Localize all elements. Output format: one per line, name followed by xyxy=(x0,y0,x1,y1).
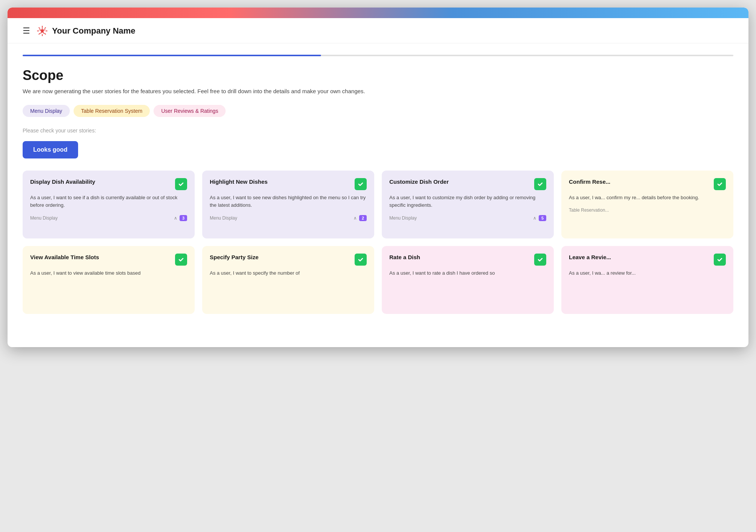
card-description: As a user, I want to specify the number … xyxy=(210,269,367,277)
card-footer: Menu Display ∧ 2 xyxy=(210,215,367,221)
card-description: As a user, I wa... a review for... xyxy=(569,269,726,277)
checkmark-icon xyxy=(537,257,543,263)
checkmark-icon xyxy=(178,257,184,263)
card-header: Confirm Rese... xyxy=(569,178,726,190)
card-footer: Menu Display ∧ 3 xyxy=(30,215,187,221)
looks-good-button[interactable]: Looks good xyxy=(23,141,78,158)
svg-point-0 xyxy=(41,30,43,32)
check-stories-label: Please check your user stories: xyxy=(23,128,733,134)
card-header: Highlight New Dishes xyxy=(210,178,367,190)
check-badge[interactable] xyxy=(534,178,546,190)
card-description: As a user, I want to see new dishes high… xyxy=(210,194,367,209)
tag-user-reviews[interactable]: User Reviews & Ratings xyxy=(154,105,226,117)
top-gradient-bar xyxy=(8,8,748,18)
card-title: Rate a Dish xyxy=(389,254,534,261)
votes-count: 5 xyxy=(539,215,546,221)
progress-section xyxy=(8,55,748,56)
card-leave-review: Leave a Revie... As a user, I wa... a re… xyxy=(561,246,733,314)
checkmark-icon xyxy=(717,181,723,187)
check-badge[interactable] xyxy=(355,254,367,266)
chevron-up-icon: ∧ xyxy=(353,215,357,221)
card-footer: Menu Display ∧ 5 xyxy=(389,215,546,221)
card-title: Customize Dish Order xyxy=(389,178,534,186)
check-badge[interactable] xyxy=(355,178,367,190)
card-header: Leave a Revie... xyxy=(569,254,726,266)
card-category: Menu Display xyxy=(30,215,58,221)
card-header: Specify Party Size xyxy=(210,254,367,266)
card-votes[interactable]: ∧ 5 xyxy=(533,215,546,221)
company-logo-icon xyxy=(36,25,48,37)
tag-menu-display[interactable]: Menu Display xyxy=(23,105,70,117)
card-title: Confirm Rese... xyxy=(569,178,714,186)
check-badge[interactable] xyxy=(175,254,187,266)
main-content: Scope We are now generating the user sto… xyxy=(8,56,748,329)
card-title: Specify Party Size xyxy=(210,254,355,261)
card-view-time-slots: View Available Time Slots As a user, I w… xyxy=(23,246,195,314)
card-title: Highlight New Dishes xyxy=(210,178,355,186)
check-badge[interactable] xyxy=(714,254,726,266)
check-badge[interactable] xyxy=(175,178,187,190)
card-description: As a user, I want to see if a dish is cu… xyxy=(30,194,187,209)
checkmark-icon xyxy=(178,181,184,187)
card-header: Customize Dish Order xyxy=(389,178,546,190)
header: ☰ Your Company Name xyxy=(8,18,748,43)
card-specify-party-size: Specify Party Size As a user, I want to … xyxy=(202,246,374,314)
chevron-up-icon: ∧ xyxy=(174,215,177,221)
card-description: As a user, I wa... confirm my re... deta… xyxy=(569,194,726,201)
chevron-up-icon: ∧ xyxy=(533,215,536,221)
card-votes[interactable]: ∧ 2 xyxy=(353,215,367,221)
check-badge[interactable] xyxy=(714,178,726,190)
checkmark-icon xyxy=(537,181,543,187)
card-title: View Available Time Slots xyxy=(30,254,175,261)
progress-bar-track xyxy=(23,55,733,56)
votes-count: 2 xyxy=(359,215,367,221)
card-header: View Available Time Slots xyxy=(30,254,187,266)
company-name: Your Company Name xyxy=(52,26,135,36)
card-confirm-reservation: Confirm Rese... As a user, I wa... confi… xyxy=(561,171,733,238)
card-title: Display Dish Availability xyxy=(30,178,175,186)
tag-table-reservation[interactable]: Table Reservation System xyxy=(74,105,150,117)
card-header: Display Dish Availability xyxy=(30,178,187,190)
card-description: As a user, I want to view available time… xyxy=(30,269,187,277)
checkmark-icon xyxy=(358,181,364,187)
scope-description: We are now generating the user stories f… xyxy=(23,87,733,96)
card-votes[interactable]: ∧ 3 xyxy=(174,215,187,221)
votes-count: 3 xyxy=(180,215,187,221)
window-body: ☰ Your Company Name Scope xyxy=(8,8,748,329)
checkmark-icon xyxy=(358,257,364,263)
card-display-dish-availability: Display Dish Availability As a user, I w… xyxy=(23,171,195,238)
tags-row: Menu Display Table Reservation System Us… xyxy=(23,105,733,117)
card-highlight-new-dishes: Highlight New Dishes As a user, I want t… xyxy=(202,171,374,238)
hamburger-menu-icon[interactable]: ☰ xyxy=(23,27,30,35)
card-category: Menu Display xyxy=(210,215,237,221)
card-header: Rate a Dish xyxy=(389,254,546,266)
card-category: Menu Display xyxy=(389,215,417,221)
window-chrome: ☰ Your Company Name Scope xyxy=(8,8,748,347)
card-description: As a user, I want to customize my dish o… xyxy=(389,194,546,209)
cards-row-1: Display Dish Availability As a user, I w… xyxy=(23,171,733,238)
card-rate-a-dish: Rate a Dish As a user, I want to rate a … xyxy=(382,246,554,314)
scope-title: Scope xyxy=(23,68,733,83)
card-category: Table Reservation... xyxy=(569,208,609,213)
progress-bar-fill xyxy=(23,55,321,56)
card-description: As a user, I want to rate a dish I have … xyxy=(389,269,546,277)
card-customize-dish-order: Customize Dish Order As a user, I want t… xyxy=(382,171,554,238)
card-footer: Table Reservation... xyxy=(569,208,726,213)
check-badge[interactable] xyxy=(534,254,546,266)
card-title: Leave a Revie... xyxy=(569,254,714,261)
cards-row-2: View Available Time Slots As a user, I w… xyxy=(23,246,733,314)
checkmark-icon xyxy=(717,257,723,263)
